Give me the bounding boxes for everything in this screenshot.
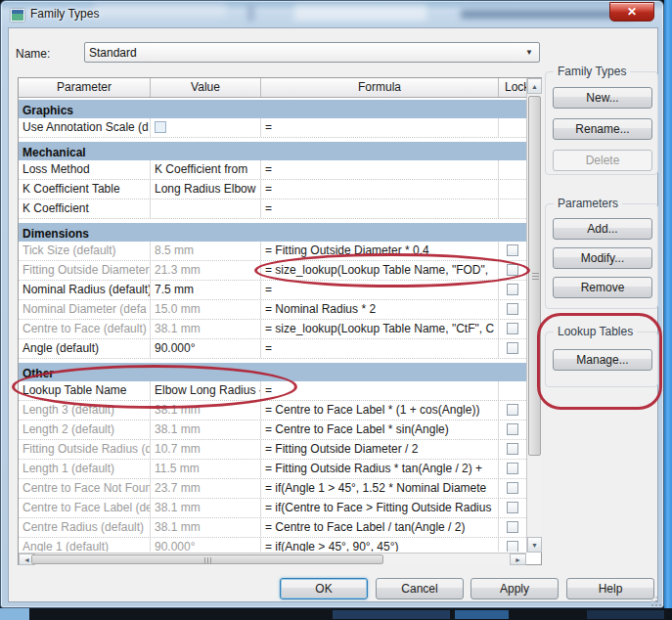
table-row: Length 2 (default)38.1 mm= Centre to Fac… — [19, 421, 526, 440]
lock-checkbox[interactable] — [507, 323, 518, 334]
parameter-cell[interactable]: Tick Size (default) — [19, 242, 151, 260]
parameter-cell[interactable]: Centre to Face (default) — [19, 320, 151, 338]
formula-cell[interactable]: = — [261, 281, 499, 299]
parameter-cell[interactable]: K Coefficient Table — [19, 180, 151, 199]
lock-checkbox[interactable] — [507, 404, 518, 416]
vertical-scrollbar[interactable]: ▲ ▼ — [526, 78, 542, 553]
scroll-down-icon[interactable]: ▼ — [527, 537, 542, 553]
formula-cell[interactable]: = if(Angle > 45°, 90°, 45°) — [261, 538, 499, 552]
formula-cell[interactable]: = size_lookup(Lookup Table Name, "FOD", — [261, 261, 499, 280]
cancel-button[interactable]: Cancel — [376, 578, 464, 599]
parameter-cell[interactable]: Centre to Face Label (def — [19, 499, 151, 517]
type-name-dropdown[interactable]: Standard ▼ — [84, 42, 540, 63]
formula-cell[interactable]: = if(Angle 1 > 45°, 1.52 * Nominal Diame… — [261, 479, 499, 498]
lock-checkbox[interactable] — [507, 342, 518, 354]
close-button[interactable]: ✕ — [609, 2, 654, 22]
parameter-cell[interactable]: Angle 1 (default) — [19, 538, 151, 552]
value-cell[interactable]: 15.0 mm — [151, 300, 261, 319]
formula-cell[interactable]: = if(Centre to Face > Fitting Outside Ra… — [261, 499, 499, 517]
modify-button[interactable]: Modify... — [553, 247, 652, 269]
parameter-cell[interactable]: Length 1 (default) — [19, 460, 151, 478]
parameter-cell[interactable]: Angle (default) — [19, 339, 151, 358]
resize-grip[interactable] — [648, 593, 657, 602]
formula-cell[interactable]: = — [261, 199, 499, 218]
formula-cell[interactable]: = — [261, 180, 499, 199]
value-cell[interactable]: 10.7 mm — [151, 440, 261, 459]
parameter-cell[interactable]: Length 2 (default) — [19, 421, 151, 439]
lock-checkbox[interactable] — [507, 264, 518, 276]
parameter-cell[interactable]: Fitting Outside Radius (d — [19, 440, 151, 459]
parameter-cell[interactable]: Nominal Diameter (defa — [19, 300, 151, 319]
formula-cell[interactable]: = Centre to Face Label * (1 + cos(Angle)… — [261, 401, 499, 420]
lock-checkbox[interactable] — [507, 423, 518, 435]
parameter-cell[interactable]: Centre to Face Not Foun — [19, 479, 151, 498]
parameter-cell[interactable]: Nominal Radius (default) — [19, 281, 151, 299]
lock-cell — [499, 339, 526, 358]
lock-checkbox[interactable] — [507, 541, 518, 552]
formula-cell[interactable]: = Centre to Face Label / tan(Angle / 2) — [261, 518, 499, 537]
formula-cell[interactable]: = — [261, 160, 499, 179]
help-button[interactable]: Help — [566, 578, 654, 599]
formula-cell[interactable]: = Fitting Outside Radius * tan(Angle / 2… — [261, 460, 499, 478]
value-cell[interactable]: 38.1 mm — [151, 401, 261, 420]
column-header-parameter[interactable]: Parameter — [19, 78, 151, 97]
apply-button[interactable]: Apply — [470, 578, 559, 599]
value-cell[interactable]: 38.1 mm — [151, 421, 261, 439]
formula-cell[interactable]: = Centre to Face Label * sin(Angle) — [261, 421, 499, 439]
value-cell[interactable]: 38.1 mm — [151, 320, 261, 338]
remove-button[interactable]: Remove — [553, 277, 652, 298]
formula-cell[interactable]: = Nominal Radius * 2 — [261, 300, 499, 319]
value-checkbox[interactable] — [155, 121, 166, 133]
ok-button[interactable]: OK — [280, 578, 368, 599]
formula-cell[interactable]: = — [261, 381, 499, 400]
lock-checkbox[interactable] — [507, 303, 518, 315]
value-cell[interactable]: 23.7 mm — [151, 479, 261, 498]
rename-button[interactable]: Rename... — [553, 118, 652, 140]
formula-cell[interactable]: = — [261, 118, 499, 137]
lock-cell — [499, 440, 526, 459]
value-cell[interactable]: Long Radius Elbow — [151, 180, 261, 199]
background-fragment — [455, 610, 509, 619]
parameter-cell[interactable]: Fitting Outside Diameter — [19, 261, 151, 280]
value-cell[interactable]: 38.1 mm — [151, 499, 261, 517]
manage-button[interactable]: Manage... — [553, 349, 652, 371]
new-button[interactable]: New... — [553, 87, 652, 109]
lock-checkbox[interactable] — [507, 443, 518, 455]
parameter-cell[interactable]: Loss Method — [19, 160, 151, 179]
vertical-scrollbar-thumb[interactable] — [528, 96, 541, 456]
formula-cell[interactable]: = Fitting Outside Diameter * 0.4 — [261, 242, 499, 260]
parameter-cell[interactable]: Lookup Table Name — [19, 381, 151, 400]
column-header-formula[interactable]: Formula — [261, 78, 499, 97]
value-cell[interactable] — [151, 118, 261, 137]
value-cell[interactable]: 8.5 mm — [151, 242, 261, 260]
parameter-cell[interactable]: Length 3 (default) — [19, 401, 151, 420]
value-cell[interactable]: K Coefficient from — [151, 160, 261, 179]
scroll-right-icon[interactable]: ► — [510, 554, 526, 565]
formula-cell[interactable]: = — [261, 339, 499, 358]
value-cell[interactable]: 90.000° — [151, 538, 261, 552]
horizontal-scrollbar-thumb[interactable] — [31, 554, 383, 564]
lock-checkbox[interactable] — [507, 502, 518, 513]
value-cell[interactable]: 90.000° — [151, 339, 261, 358]
value-cell[interactable]: 21.3 mm — [151, 261, 261, 280]
column-header-lock[interactable]: Lock — [499, 78, 526, 97]
parameter-cell[interactable]: K Coefficient — [19, 199, 151, 218]
parameter-cell[interactable]: Use Annotation Scale (d — [19, 118, 151, 137]
formula-cell[interactable]: = size_lookup(Lookup Table Name, "CtF", … — [261, 320, 499, 338]
lock-checkbox[interactable] — [507, 284, 518, 295]
add-button[interactable]: Add... — [553, 218, 652, 240]
formula-cell[interactable]: = Fitting Outside Diameter / 2 — [261, 440, 499, 459]
horizontal-scrollbar[interactable]: ◄ ► — [19, 553, 526, 565]
scroll-up-icon[interactable]: ▲ — [527, 78, 542, 94]
value-cell[interactable]: Elbow Long Radius - — [151, 381, 261, 400]
column-header-value[interactable]: Value — [151, 78, 261, 97]
lock-checkbox[interactable] — [507, 521, 518, 533]
value-cell[interactable] — [151, 199, 261, 218]
lock-checkbox[interactable] — [507, 244, 518, 256]
value-cell[interactable]: 11.5 mm — [151, 460, 261, 478]
parameter-cell[interactable]: Centre Radius (default) — [19, 518, 151, 537]
value-cell[interactable]: 38.1 mm — [151, 518, 261, 537]
lock-checkbox[interactable] — [507, 482, 518, 494]
lock-checkbox[interactable] — [507, 463, 518, 474]
value-cell[interactable]: 7.5 mm — [151, 281, 261, 299]
